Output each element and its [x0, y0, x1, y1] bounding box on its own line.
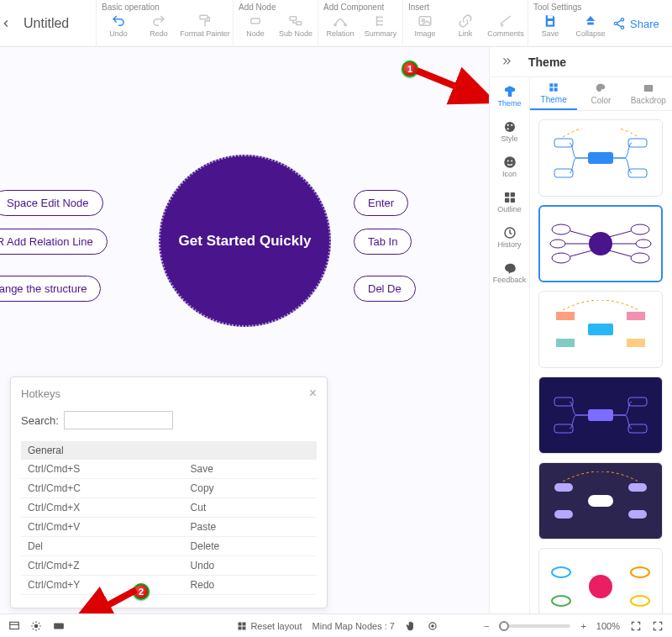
- undo-button[interactable]: Undo: [102, 13, 135, 38]
- image-button[interactable]: Image: [408, 13, 442, 38]
- redo-button[interactable]: Redo: [142, 13, 176, 38]
- save-button[interactable]: Save: [533, 13, 567, 38]
- collapse-button[interactable]: Collapse: [574, 13, 607, 38]
- format-painter-button[interactable]: Format Painter: [182, 13, 228, 38]
- svg-rect-0: [200, 15, 207, 19]
- svg-rect-10: [587, 23, 594, 25]
- tb-basic: Basic operation Undo Redo Format Painter: [96, 0, 233, 47]
- svg-rect-8: [548, 15, 553, 18]
- tb-insert: Insert Image Link Comments: [402, 0, 528, 47]
- svg-rect-1: [251, 18, 260, 24]
- topbar: Untitled Basic operation Undo Redo Forma…: [0, 0, 672, 47]
- svg-rect-9: [548, 21, 553, 25]
- comments-button[interactable]: Comments: [489, 13, 522, 38]
- back-button[interactable]: [0, 0, 12, 47]
- svg-point-7: [422, 19, 424, 22]
- tb-addnode: Add Node Node Sub Node: [233, 0, 318, 47]
- summary-button[interactable]: Summary: [364, 13, 397, 38]
- share-button[interactable]: Share: [612, 17, 659, 30]
- subnode-button[interactable]: Sub Node: [279, 13, 312, 38]
- tb-tools: Tool Settings Save Collapse: [528, 0, 612, 47]
- doc-title[interactable]: Untitled: [12, 0, 96, 47]
- link-button[interactable]: Link: [449, 13, 482, 38]
- svg-rect-2: [290, 17, 297, 21]
- relation-button[interactable]: Relation: [323, 13, 357, 38]
- svg-rect-3: [297, 22, 302, 25]
- tb-addcomp: Add Component Relation Summary: [318, 0, 402, 47]
- svg-rect-6: [419, 17, 431, 26]
- node-button[interactable]: Node: [239, 13, 272, 38]
